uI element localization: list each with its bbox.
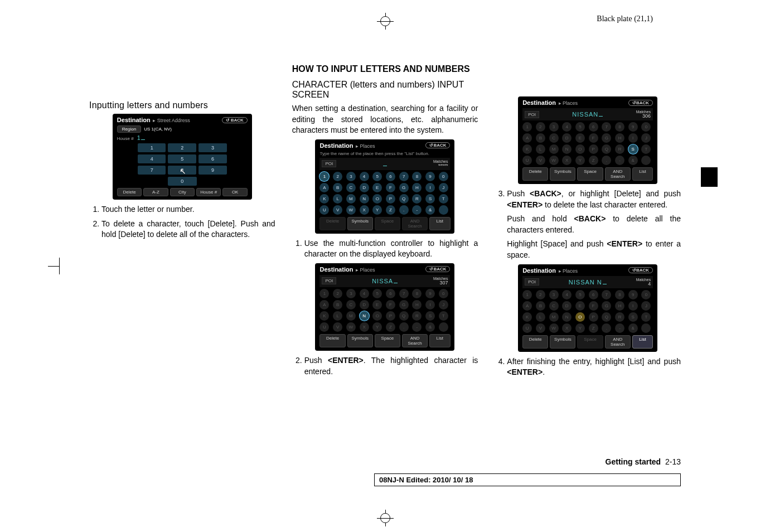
btn-az[interactable]: A-Z [143,188,168,196]
back-button[interactable]: ↺BACK [222,117,248,123]
key-X[interactable]: X [360,205,369,215]
btn-and-search[interactable]: AND Search [605,167,631,181]
key-E[interactable]: E [372,300,382,309]
key-U[interactable]: U [522,323,532,333]
key-2[interactable]: 2 [333,172,342,181]
key-9[interactable]: 9 [198,166,227,175]
key-R[interactable]: R [615,144,624,154]
back-button[interactable]: ↺BACK [628,100,653,106]
back-button[interactable]: ↺BACK [425,142,450,148]
key-O[interactable]: O [575,144,585,154]
key-3[interactable]: 3 [346,289,356,298]
btn-and-search[interactable]: AND Search [402,334,428,347]
key-7[interactable]: 7 [602,290,611,299]
btn-space[interactable]: Space [577,335,603,349]
key-B[interactable]: B [333,300,342,309]
key-F[interactable]: F [386,183,395,192]
key-C[interactable]: C [549,301,559,311]
key-G[interactable]: G [399,300,409,309]
key-T[interactable]: T [641,144,651,154]
key-A[interactable]: A [522,133,532,143]
key-V[interactable]: V [333,205,342,215]
btn-delete[interactable]: Delete [117,188,142,196]
key-A[interactable]: A [522,301,532,311]
key-0[interactable]: 0 [439,289,448,298]
key-0[interactable]: 0 [439,172,448,181]
btn-ok[interactable]: OK [222,188,247,196]
btn-list[interactable]: List [429,334,450,347]
key-V[interactable]: V [536,323,545,333]
key-Q[interactable]: Q [399,194,409,204]
key-W[interactable]: W [549,323,559,333]
key-5[interactable]: 5 [168,154,196,163]
key-G[interactable]: G [602,301,611,311]
key-D[interactable]: D [562,133,572,143]
key-N[interactable]: N [360,194,369,204]
key-M[interactable]: M [549,144,559,154]
key-B[interactable]: B [333,183,342,192]
key--[interactable]: - [615,156,624,165]
key-8[interactable]: 8 [412,289,422,298]
btn-space[interactable]: Space [375,334,400,347]
key-9[interactable]: 9 [628,122,638,132]
btn-list[interactable]: List [632,335,653,349]
key-.[interactable]: . [399,322,409,332]
key-5[interactable]: 5 [575,290,585,299]
key-7[interactable]: 7 [399,172,409,181]
key-4[interactable]: 4 [562,290,572,299]
key-R[interactable]: R [412,311,422,321]
key--[interactable]: - [412,322,422,332]
key-&[interactable]: & [628,323,638,333]
key-&[interactable]: & [628,156,638,165]
key-L[interactable]: L [536,144,545,154]
key-6[interactable]: 6 [589,122,598,132]
key-D[interactable]: D [360,183,369,192]
key-space[interactable] [641,323,651,333]
key-J[interactable]: J [641,301,651,311]
key-5[interactable]: 5 [575,122,585,132]
key-R[interactable]: R [615,312,624,322]
key-4[interactable]: 4 [138,154,166,163]
key-7[interactable]: 7 [138,166,166,175]
key-8[interactable]: 8 [615,122,624,132]
key-.[interactable]: . [602,156,611,165]
btn-and-search[interactable]: AND Search [605,335,631,349]
key-H[interactable]: H [615,301,624,311]
key-7[interactable]: 7 [602,122,611,132]
key-&[interactable]: & [425,205,435,215]
btn-delete[interactable]: Delete [522,335,548,349]
key-N[interactable]: N [562,312,572,322]
key-M[interactable]: M [346,311,356,321]
key-Z[interactable]: Z [589,323,598,333]
key-X[interactable]: X [562,156,572,165]
key-Q[interactable]: Q [399,311,409,321]
key-K[interactable]: K [522,312,532,322]
key-space[interactable] [439,205,448,215]
key-2[interactable]: 2 [536,290,545,299]
key-9[interactable]: 9 [628,290,638,299]
key-1[interactable]: 1 [138,143,166,152]
key-1[interactable]: 1 [319,289,329,298]
key-M[interactable]: M [346,194,356,204]
key-B[interactable]: B [536,301,545,311]
key-2[interactable]: 2 [536,122,545,132]
key-6[interactable]: 6 [386,172,395,181]
key-N[interactable]: N [360,311,369,321]
btn-and-search[interactable]: AND Search [402,217,428,230]
key-Z[interactable]: Z [589,156,598,165]
key-I[interactable]: I [425,183,435,192]
btn-list[interactable]: List [632,167,653,181]
key-6[interactable]: 6 [386,289,395,298]
key-2[interactable]: 2 [168,143,196,152]
key-N[interactable]: N [562,144,572,154]
key-O[interactable]: O [372,194,382,204]
back-button[interactable]: ↺BACK [628,267,653,273]
key-D[interactable]: D [562,301,572,311]
key-S[interactable]: S [628,144,638,154]
key-T[interactable]: T [439,194,448,204]
key-W[interactable]: W [549,156,559,165]
key-F[interactable]: F [589,133,598,143]
key-C[interactable]: C [549,133,559,143]
btn-symbols[interactable]: Symbols [347,217,373,230]
key-8[interactable]: 8 [412,172,422,181]
